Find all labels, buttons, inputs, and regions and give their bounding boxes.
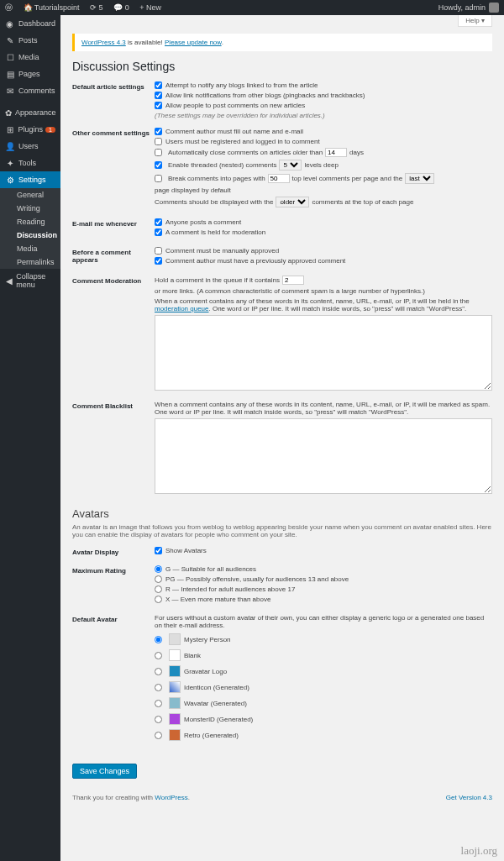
input-close-days[interactable] (325, 148, 347, 157)
get-version-link[interactable]: Get Version 4.3 (446, 794, 492, 801)
comments-icon: ✉ (5, 86, 15, 96)
gravatar-icon (169, 665, 181, 677)
cb-paginate[interactable] (155, 175, 162, 182)
cb-allow-comments[interactable] (155, 102, 162, 109)
textarea-blacklist-keys[interactable] (155, 418, 492, 494)
subitem-writing[interactable]: Writing (0, 202, 60, 215)
sidebar-item-appearance[interactable]: ✿Appearance (0, 104, 60, 121)
howdy[interactable]: Howdy, admin (438, 3, 499, 13)
radio-av-mystery[interactable] (155, 636, 162, 643)
save-changes-button[interactable]: Save Changes (72, 764, 137, 779)
sidebar-item-settings[interactable]: ⚙Settings (0, 171, 60, 188)
appearance-icon: ✿ (5, 108, 12, 118)
sidebar-item-users[interactable]: 👤Users (0, 138, 60, 155)
radio-av-wavatar[interactable] (155, 700, 162, 707)
label-default-article: Default article settings (72, 81, 155, 91)
radio-av-gravatar[interactable] (155, 668, 162, 675)
select-thread-depth[interactable]: 5 (279, 160, 302, 171)
label-max-rating: Maximum Rating (72, 565, 155, 575)
help-tab[interactable]: Help ▾ (458, 15, 492, 27)
subitem-general[interactable]: General (0, 188, 60, 202)
collapse-menu[interactable]: ◀Collapse menu (0, 269, 60, 292)
retro-icon (169, 729, 181, 741)
avatars-desc: An avatar is an image that follows you f… (72, 523, 492, 538)
input-max-links[interactable] (282, 276, 304, 285)
avatars-heading: Avatars (72, 507, 492, 520)
dashboard-icon: ◉ (5, 18, 15, 29)
identicon-icon (169, 681, 181, 693)
cb-threaded[interactable] (155, 161, 162, 169)
update-notice: WordPress 4.3 is available! Please updat… (72, 34, 492, 51)
cb-name-email[interactable] (155, 128, 162, 135)
avatar-icon (489, 3, 499, 13)
subitem-reading[interactable]: Reading (0, 215, 60, 228)
label-email-me: E-mail me whenever (72, 218, 155, 228)
radio-av-monsterid[interactable] (155, 716, 162, 723)
cb-anyone-posts[interactable] (155, 218, 162, 226)
radio-rating-pg[interactable] (155, 575, 162, 583)
radio-av-retro[interactable] (155, 732, 162, 739)
label-avatar-display: Avatar Display (72, 547, 155, 556)
monsterid-icon (169, 713, 181, 725)
input-per-page[interactable] (268, 174, 290, 183)
radio-av-blank[interactable] (155, 652, 162, 659)
sidebar-item-plugins[interactable]: ⊞Plugins1 (0, 121, 60, 138)
wordpress-link[interactable]: WordPress (155, 794, 187, 801)
wavatar-icon (169, 697, 181, 709)
pages-icon: ▤ (5, 69, 15, 79)
label-default-avatar: Default Avatar (72, 614, 155, 623)
mystery-person-icon (169, 633, 181, 645)
select-default-page[interactable]: last (405, 173, 434, 184)
wp-logo[interactable]: ⓦ (5, 3, 13, 12)
collapse-icon: ◀ (5, 276, 13, 286)
cb-autoclose[interactable] (155, 149, 162, 156)
users-icon: 👤 (5, 141, 15, 151)
site-link[interactable]: 🏠 Tutorialspoint (24, 3, 80, 12)
comments-link[interactable]: 💬 0 (113, 3, 129, 12)
subitem-discussion[interactable]: Discussion (0, 228, 60, 242)
sidebar-item-posts[interactable]: ✎Posts (0, 32, 60, 49)
label-moderation: Comment Moderation (72, 276, 155, 285)
cb-previously-approved[interactable] (155, 257, 162, 265)
settings-icon: ⚙ (5, 175, 15, 185)
posts-icon: ✎ (5, 35, 15, 45)
update-now-link[interactable]: Please update now (165, 39, 222, 46)
radio-av-identicon[interactable] (155, 684, 162, 691)
admin-sidebar: ◉Dashboard✎Posts☐Media▤Pages✉Comments✿Ap… (0, 15, 60, 861)
label-before-appears: Before a comment appears (72, 247, 155, 264)
cb-allow-pingbacks[interactable] (155, 92, 162, 99)
cb-manual-approve[interactable] (155, 247, 162, 255)
page-title: Discussion Settings (72, 60, 492, 73)
subitem-permalinks[interactable]: Permalinks (0, 255, 60, 269)
label-blacklist: Comment Blacklist (72, 401, 155, 410)
label-other-comment: Other comment settings (72, 128, 155, 137)
plugins-icon: ⊞ (5, 124, 15, 134)
blank-icon (169, 649, 181, 661)
cb-registered[interactable] (155, 138, 162, 145)
cb-show-avatars[interactable] (155, 547, 162, 554)
updates-link[interactable]: ⟳ 5 (90, 3, 103, 12)
media-icon: ☐ (5, 52, 15, 62)
cb-notify-blogs[interactable] (155, 81, 162, 89)
textarea-moderation-keys[interactable] (155, 315, 492, 391)
admin-bar: ⓦ 🏠 Tutorialspoint ⟳ 5 💬 0 + New Howdy, … (0, 0, 504, 15)
sidebar-item-media[interactable]: ☐Media (0, 49, 60, 66)
sidebar-item-comments[interactable]: ✉Comments (0, 82, 60, 99)
sidebar-item-dashboard[interactable]: ◉Dashboard (0, 15, 60, 32)
tools-icon: ✦ (5, 158, 15, 168)
select-comment-order[interactable]: older (276, 197, 309, 207)
radio-rating-x[interactable] (155, 596, 162, 603)
radio-rating-r[interactable] (155, 585, 162, 593)
cb-held-moderation[interactable] (155, 228, 162, 236)
subitem-media[interactable]: Media (0, 242, 60, 255)
sidebar-item-tools[interactable]: ✦Tools (0, 155, 60, 171)
sidebar-item-pages[interactable]: ▤Pages (0, 66, 60, 82)
watermark: laoji.org (461, 844, 497, 858)
moderation-queue-link[interactable]: moderation queue (155, 305, 209, 312)
radio-rating-g[interactable] (155, 565, 162, 573)
new-link[interactable]: + New (139, 3, 161, 12)
wp-version-link[interactable]: WordPress 4.3 (81, 39, 126, 46)
